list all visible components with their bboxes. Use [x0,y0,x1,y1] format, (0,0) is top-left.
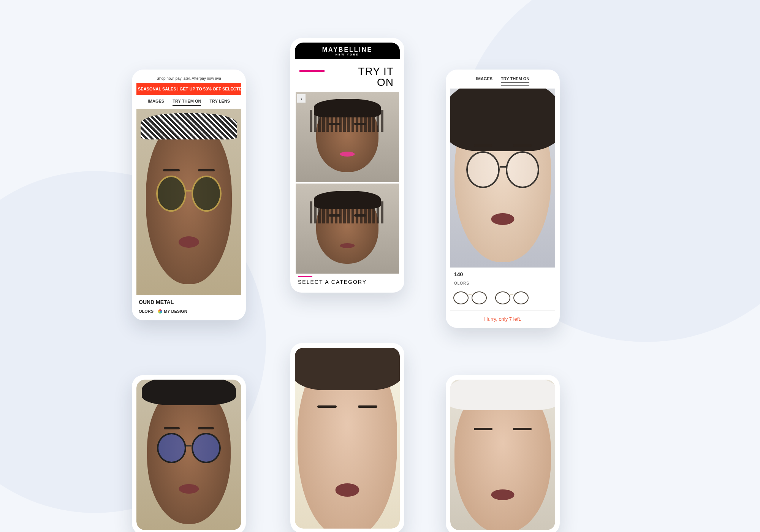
try-it-on-heading: TRY IT ON [295,59,400,92]
tab-bar: IMAGES TRY THEM ON [450,74,555,89]
chevron-left-icon[interactable]: ‹ [297,94,306,103]
product-sku: 140 [454,271,551,277]
phone-mockup-maybelline: MAYBELLINE NEW YORK TRY IT ON ‹ [290,38,404,293]
phone-mockup-sunglasses: Shop now, pay later. Afterpay now ava SE… [132,70,246,320]
brand-name: MAYBELLINE [322,46,373,53]
user-face-preview [454,94,551,262]
phone-mockup-eyeglasses: IMAGES TRY THEM ON 140 OLORS [446,70,560,328]
makeup-preview-top: ‹ [296,92,399,182]
my-design-button[interactable]: MY DESIGN [158,309,187,314]
variant-thumb[interactable] [495,289,529,306]
colors-label: OLORS [454,281,551,285]
color-variant-row [450,285,555,307]
announce-bar: Shop now, pay later. Afterpay now ava [136,74,241,83]
variant-thumb[interactable] [453,289,487,306]
phone-mockup-bottom-right [446,375,560,532]
brand-subtitle: NEW YORK [295,53,400,56]
promo-banner: SEASONAL SALES | GET UP TO 50% OFF SELEC… [136,83,241,95]
tab-bar: IMAGES TRY THEM ON TRY LENS [136,95,241,109]
user-face-preview [454,383,551,530]
stock-warning: Hurry, only 7 left. [450,310,555,323]
brand-header: MAYBELLINE NEW YORK [295,43,400,59]
user-face-preview [316,102,378,172]
tab-images[interactable]: IMAGES [148,99,164,106]
user-face-preview [298,348,397,529]
tab-images[interactable]: IMAGES [476,76,492,86]
hood-icon [450,380,555,410]
glasses-overlay [466,151,540,188]
try-on-viewer [136,109,241,295]
tab-try-them-on[interactable]: TRY THEM ON [501,76,529,86]
camera-preview [136,380,241,530]
camera-preview [295,348,400,529]
user-face-preview [147,386,231,524]
tab-try-them-on[interactable]: TRY THEM ON [173,99,201,106]
phone-mockup-bottom-center [290,343,404,532]
sunglasses-overlay [156,176,222,212]
glasses-overlay [157,433,221,463]
product-name: OUND METAL [136,295,241,305]
user-face-preview [146,120,232,284]
try-on-viewer [450,89,555,268]
select-category-label[interactable]: SELECT A CATEGORY [295,274,400,288]
makeup-preview-bottom [296,184,399,274]
camera-preview [450,380,555,530]
colors-label: OLORS [139,309,154,314]
user-face-preview [316,193,378,264]
phone-mockup-bottom-left [132,375,246,532]
tab-try-lens[interactable]: TRY LENS [209,99,230,106]
